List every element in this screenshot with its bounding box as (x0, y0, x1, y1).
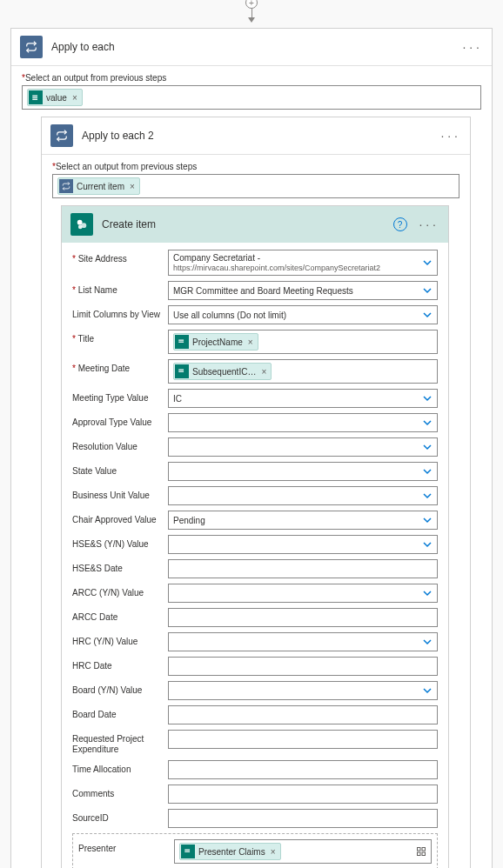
presenter-group: Presenter Presenter Claims × (72, 833, 438, 868)
sourceid-field[interactable] (168, 809, 438, 828)
create-item-title: Create item (102, 218, 393, 230)
hses-date-field[interactable] (168, 559, 438, 578)
chair-approved-label: Chair Approved Value (72, 511, 163, 525)
chevron-down-icon (423, 443, 432, 451)
svg-rect-2 (32, 99, 37, 100)
comments-label: Comments (72, 785, 163, 799)
remove-token-button[interactable]: × (261, 367, 266, 377)
svg-point-5 (78, 225, 83, 230)
hrc-date-field[interactable] (168, 657, 438, 676)
approval-type-label: Approval Type Value (72, 413, 163, 428)
value-token[interactable]: value × (27, 89, 83, 106)
meeting-type-field[interactable]: IC (168, 389, 438, 408)
arcc-yn-label: ARCC (Y/N) Value (72, 584, 163, 598)
comments-field[interactable] (168, 785, 438, 804)
svg-rect-0 (32, 96, 37, 97)
limit-columns-field[interactable]: Use all columns (Do not limit) (168, 305, 438, 324)
chair-approved-field[interactable]: Pending (168, 511, 438, 530)
token-label: value (46, 93, 67, 103)
menu-button[interactable]: · · · (459, 40, 483, 54)
remove-token-button[interactable]: × (248, 337, 253, 347)
title-label: Title (78, 334, 95, 344)
apply-to-each-title: Apply to each (51, 41, 459, 53)
chevron-down-icon (423, 491, 432, 500)
site-address-row: * Site Address Company Secretariat - htt… (72, 250, 438, 276)
req-proj-exp-field[interactable] (168, 730, 438, 749)
projectname-token[interactable]: ProjectName× (173, 333, 258, 351)
chevron-down-icon (423, 686, 432, 695)
sharepoint-token-icon (181, 845, 195, 858)
state-field[interactable] (168, 462, 438, 481)
svg-rect-1 (32, 97, 37, 98)
board-date-label: Board Date (72, 705, 163, 720)
current-item-token[interactable]: Current item × (57, 177, 140, 195)
presenter-label: Presenter (78, 839, 169, 854)
loop-icon (50, 124, 73, 147)
sharepoint-token-icon (29, 90, 43, 104)
arcc-date-field[interactable] (168, 608, 438, 627)
hrc-yn-field[interactable] (168, 632, 438, 651)
svg-point-3 (77, 220, 83, 225)
apply-to-each-2-card: Apply to each 2 · · · *Select an output … (41, 117, 471, 868)
approval-type-field[interactable] (168, 413, 438, 432)
loop-token-icon (59, 179, 73, 193)
title-field[interactable]: ProjectName× (168, 330, 438, 354)
svg-rect-6 (178, 340, 184, 341)
presenter-claims-token[interactable]: Presenter Claims × (179, 843, 281, 860)
sharepoint-token-icon (175, 335, 189, 349)
loop-icon (20, 36, 43, 58)
arrow-down-icon (248, 17, 255, 23)
connector-line (0, 9, 503, 17)
hrc-date-label: HRC Date (72, 657, 163, 671)
site-address-field[interactable]: Company Secretariat - https://mirvacau.s… (168, 250, 438, 276)
meeting-date-label: Meeting Date (78, 364, 130, 373)
arcc-yn-field[interactable] (168, 584, 438, 603)
apply-to-each-header[interactable]: Apply to each · · · (11, 29, 492, 66)
svg-rect-15 (422, 852, 426, 856)
array-picker-icon[interactable] (416, 846, 426, 857)
hses-yn-field[interactable] (168, 535, 438, 554)
create-item-header[interactable]: Create item ? · · · (62, 206, 448, 243)
time-allocation-field[interactable] (168, 760, 438, 779)
presenter-field[interactable]: Presenter Claims × (174, 839, 432, 864)
menu-button[interactable]: · · · (416, 217, 439, 231)
menu-button[interactable]: · · · (438, 129, 461, 143)
inner-select-label: *Select an output from previous steps (52, 162, 459, 171)
remove-token-button[interactable]: × (72, 93, 77, 103)
state-label: State Value (72, 462, 163, 477)
site-address-label: Site Address (78, 254, 127, 264)
outer-select-label: *Select an output from previous steps (22, 73, 481, 83)
remove-token-button[interactable]: × (271, 847, 276, 857)
hses-yn-label: HSE&S (Y/N) Value (72, 535, 163, 550)
meeting-type-label: Meeting Type Value (72, 389, 163, 404)
inner-output-field[interactable]: Current item × (52, 174, 459, 198)
resolution-field[interactable] (168, 437, 438, 457)
board-yn-label: Board (Y/N) Value (72, 681, 163, 696)
board-yn-field[interactable] (168, 681, 438, 700)
list-name-label: List Name (78, 285, 117, 295)
business-unit-field[interactable] (168, 486, 438, 505)
sharepoint-token-icon (175, 364, 189, 378)
business-unit-label: Business Unit Value (72, 486, 163, 501)
help-button[interactable]: ? (393, 217, 407, 231)
outer-output-field[interactable]: value × (22, 85, 481, 110)
chevron-down-icon (423, 258, 432, 267)
chevron-down-icon (423, 540, 432, 549)
subsequent-ic-token[interactable]: SubsequentIC…× (173, 363, 272, 380)
limit-columns-label: Limit Columns by View (72, 305, 163, 320)
sourceid-label: SourceID (72, 809, 163, 824)
svg-rect-10 (184, 850, 190, 851)
svg-rect-9 (178, 371, 184, 372)
chevron-down-icon (423, 467, 432, 476)
hses-date-label: HSE&S Date (72, 559, 163, 574)
svg-rect-8 (178, 370, 184, 371)
add-step-button[interactable]: + (245, 0, 258, 9)
board-date-field[interactable] (168, 705, 438, 724)
remove-token-button[interactable]: × (130, 182, 135, 191)
apply-to-each-2-header[interactable]: Apply to each 2 · · · (42, 117, 470, 155)
meeting-date-field[interactable]: SubsequentIC…× (168, 359, 438, 384)
token-label: Current item (77, 182, 124, 191)
list-name-field[interactable]: MGR Committee and Board Meeting Requests (168, 281, 438, 300)
chevron-down-icon (423, 638, 432, 646)
chevron-down-icon (423, 418, 432, 427)
